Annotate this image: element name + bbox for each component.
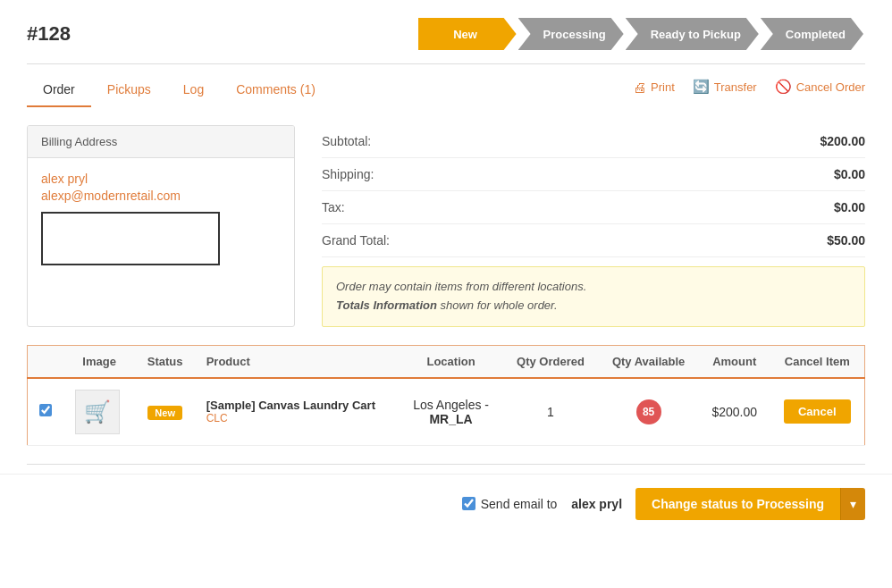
product-name: [Sample] Canvas Laundry Cart bbox=[206, 399, 389, 412]
pipeline-step-processing: Processing bbox=[518, 18, 624, 50]
send-email-name: alex pryl bbox=[571, 497, 622, 511]
change-status-value: Processing bbox=[757, 497, 824, 511]
summary-note: Order may contain items from different l… bbox=[322, 266, 865, 327]
summary-shipping: Shipping: $0.00 bbox=[322, 158, 865, 191]
row-qty-ordered-cell: 1 bbox=[503, 378, 599, 446]
print-button[interactable]: 🖨 Print bbox=[633, 80, 675, 95]
cancel-order-label: Cancel Order bbox=[796, 80, 865, 94]
summary-tax: Tax: $0.00 bbox=[322, 191, 865, 224]
billing-name: alex pryl bbox=[41, 172, 281, 186]
row-status-cell: New bbox=[135, 378, 196, 446]
transfer-button[interactable]: 🔄 Transfer bbox=[693, 79, 757, 95]
top-bar: #128 NewProcessingReady to PickupComplet… bbox=[0, 0, 892, 63]
pipeline-step-new: New bbox=[418, 18, 517, 50]
location-line1: Los Angeles - bbox=[413, 398, 489, 412]
transfer-icon: 🔄 bbox=[693, 79, 710, 95]
col-location: Location bbox=[399, 345, 502, 378]
change-status-dropdown-button[interactable]: ▾ bbox=[840, 488, 865, 520]
billing-body: alex pryl alexp@modernretail.com bbox=[28, 158, 294, 279]
print-label: Print bbox=[651, 80, 675, 94]
table-header-row: Image Status Product Location Qty Ordere… bbox=[28, 345, 865, 378]
change-status-prefix: Change status to bbox=[652, 497, 753, 511]
tab-pickups[interactable]: Pickups bbox=[91, 73, 167, 107]
tab-log[interactable]: Log bbox=[167, 73, 220, 107]
row-location-cell: Los Angeles - MR_LA bbox=[399, 378, 502, 446]
row-amount-cell: $200.00 bbox=[699, 378, 770, 446]
bottom-divider bbox=[27, 464, 865, 465]
row-image-cell: 🛒 bbox=[64, 378, 135, 446]
summary-note-suffix: shown for whole order. bbox=[437, 298, 558, 312]
tab-actions: 🖨 Print 🔄 Transfer 🚫 Cancel Order bbox=[633, 79, 865, 102]
products-table: Image Status Product Location Qty Ordere… bbox=[27, 345, 865, 446]
col-product: Product bbox=[196, 345, 400, 378]
col-qty-available: Qty Available bbox=[598, 345, 699, 378]
cancel-icon: 🚫 bbox=[775, 79, 792, 95]
row-checkbox[interactable] bbox=[39, 404, 52, 416]
billing-section: Billing Address alex pryl alexp@modernre… bbox=[27, 125, 295, 327]
billing-email: alexp@modernretail.com bbox=[41, 189, 281, 203]
col-cancel-item: Cancel Item bbox=[770, 345, 865, 378]
transfer-label: Transfer bbox=[714, 80, 757, 94]
tab-order[interactable]: Order bbox=[27, 73, 91, 107]
tabs-bar: OrderPickupsLogComments (1) 🖨 Print 🔄 Tr… bbox=[0, 64, 892, 107]
bottom-bar: Send email to alex pryl Change status to… bbox=[0, 474, 892, 533]
tabs: OrderPickupsLogComments (1) bbox=[27, 73, 332, 107]
qty-available-badge: 85 bbox=[636, 399, 661, 424]
table-section: Image Status Product Location Qty Ordere… bbox=[0, 345, 892, 464]
location-line2: MR_LA bbox=[429, 412, 472, 426]
change-status-group: Change status to Processing ▾ bbox=[635, 488, 865, 520]
billing-header: Billing Address bbox=[28, 126, 294, 158]
product-sku: CLC bbox=[206, 412, 389, 424]
tab-comments--1-[interactable]: Comments (1) bbox=[220, 73, 332, 107]
main-content: Billing Address alex pryl alexp@modernre… bbox=[0, 107, 892, 345]
order-id: #128 bbox=[27, 22, 71, 46]
billing-address-box bbox=[41, 212, 220, 265]
summary-note-bold: Totals Information bbox=[336, 298, 437, 312]
cancel-order-button[interactable]: 🚫 Cancel Order bbox=[775, 79, 865, 95]
col-amount: Amount bbox=[699, 345, 770, 378]
cancel-item-button[interactable]: Cancel bbox=[784, 399, 851, 424]
change-status-button[interactable]: Change status to Processing bbox=[635, 488, 840, 520]
order-summary: Subtotal: $200.00 Shipping: $0.00 Tax: $… bbox=[322, 125, 865, 327]
print-icon: 🖨 bbox=[633, 80, 646, 95]
product-image-icon: 🛒 bbox=[84, 399, 111, 424]
status-badge: New bbox=[147, 406, 182, 420]
table-row: 🛒 New [Sample] Canvas Laundry Cart CLC L… bbox=[28, 378, 865, 446]
product-image: 🛒 bbox=[75, 390, 120, 434]
dropdown-arrow-icon: ▾ bbox=[850, 497, 856, 511]
summary-subtotal: Subtotal: $200.00 bbox=[322, 125, 865, 158]
col-status: Status bbox=[135, 345, 196, 378]
send-email-label[interactable]: Send email to alex pryl bbox=[462, 497, 622, 511]
summary-grand-total: Grand Total: $50.00 bbox=[322, 224, 865, 257]
row-checkbox-cell[interactable] bbox=[28, 378, 64, 446]
pipeline-step-ready-to-pickup: Ready to Pickup bbox=[626, 18, 759, 50]
pipeline-step-completed: Completed bbox=[761, 18, 863, 50]
status-pipeline: NewProcessingReady to PickupCompleted bbox=[418, 18, 865, 50]
send-email-text: Send email to bbox=[481, 497, 558, 511]
send-email-checkbox[interactable] bbox=[462, 497, 475, 510]
row-cancel-cell[interactable]: Cancel bbox=[770, 378, 865, 446]
col-qty-ordered: Qty Ordered bbox=[503, 345, 599, 378]
row-qty-available-cell: 85 bbox=[598, 378, 699, 446]
row-product-cell: [Sample] Canvas Laundry Cart CLC bbox=[196, 378, 400, 446]
col-checkbox bbox=[28, 345, 64, 378]
summary-note-text: Order may contain items from different l… bbox=[336, 280, 586, 293]
col-image: Image bbox=[64, 345, 135, 378]
